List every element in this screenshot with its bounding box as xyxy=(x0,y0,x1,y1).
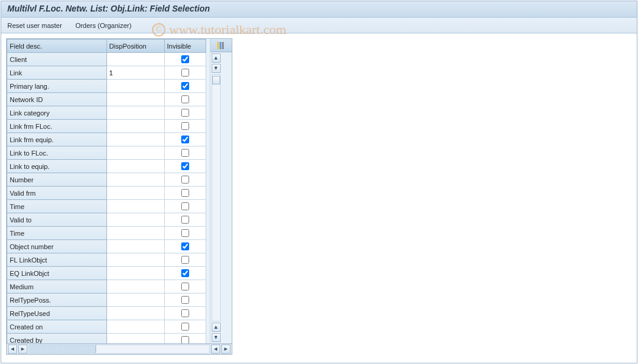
dispposition-input[interactable] xyxy=(107,227,164,239)
invisible-checkbox[interactable] xyxy=(181,122,189,130)
grid-right-strip: ▲ ▼ ▲ ▼ xyxy=(210,39,232,343)
table-row: Valid to xyxy=(7,213,206,227)
row-label[interactable]: Number xyxy=(7,173,107,187)
row-label[interactable]: Network ID xyxy=(7,93,107,106)
table-row: RelTypeUsed xyxy=(7,307,206,320)
dispposition-input[interactable] xyxy=(107,294,164,306)
scroll-down-arrow-icon[interactable]: ▼ xyxy=(212,64,221,73)
dispposition-input[interactable] xyxy=(107,334,164,343)
scroll-up-arrow-icon[interactable]: ▲ xyxy=(212,53,221,63)
invisible-checkbox[interactable] xyxy=(181,176,189,184)
row-label[interactable]: Object number xyxy=(7,240,107,253)
dispposition-input[interactable] xyxy=(107,66,164,79)
row-label[interactable]: Medium xyxy=(7,280,107,294)
table-row: EQ LinkObjct xyxy=(7,267,206,280)
invisible-checkbox[interactable] xyxy=(181,109,189,117)
row-label[interactable]: Link frm equip. xyxy=(7,133,107,146)
invisible-checkbox[interactable] xyxy=(181,136,189,143)
row-label[interactable]: Valid frm xyxy=(7,187,107,200)
dispposition-input[interactable] xyxy=(107,213,164,226)
dispposition-input[interactable] xyxy=(107,320,164,333)
row-label[interactable]: FL LinkObjct xyxy=(7,253,107,267)
dispposition-input[interactable] xyxy=(107,187,164,199)
reset-user-master-button[interactable]: Reset user master xyxy=(6,21,63,30)
row-label[interactable]: Time xyxy=(7,227,107,240)
invisible-checkbox[interactable] xyxy=(181,149,189,157)
dispposition-input[interactable] xyxy=(107,120,164,132)
dispposition-input[interactable] xyxy=(107,307,164,320)
table-row: Created by xyxy=(7,334,206,344)
row-label[interactable]: Client xyxy=(7,53,107,66)
scroll-left-arrow-icon[interactable]: ◄ xyxy=(8,345,17,354)
scroll-down2-arrow-icon[interactable]: ▼ xyxy=(212,333,221,342)
dispposition-input[interactable] xyxy=(107,53,164,66)
invisible-checkbox[interactable] xyxy=(181,323,189,331)
row-label[interactable]: Created on xyxy=(7,320,107,334)
invisible-checkbox[interactable] xyxy=(181,296,189,304)
invisible-checkbox[interactable] xyxy=(181,189,189,197)
dispposition-input[interactable] xyxy=(107,146,164,159)
field-selection-grid: Field desc. DispPosition Invisible Clien… xyxy=(6,38,232,355)
content-area: Field desc. DispPosition Invisible Clien… xyxy=(1,33,637,360)
row-label[interactable]: Link to equip. xyxy=(7,160,107,173)
dispposition-input[interactable] xyxy=(107,106,164,119)
scroll-left2-arrow-icon[interactable]: ◄ xyxy=(211,345,220,354)
scroll-right-arrow-icon[interactable]: ► xyxy=(18,345,27,354)
vscroll-track[interactable] xyxy=(212,74,221,321)
row-label[interactable]: Primary lang. xyxy=(7,80,107,93)
col-dispposition-header[interactable]: DispPosition xyxy=(106,39,164,53)
invisible-checkbox[interactable] xyxy=(181,283,189,290)
invisible-checkbox[interactable] xyxy=(181,242,189,250)
invisible-checkbox[interactable] xyxy=(181,202,189,210)
invisible-checkbox[interactable] xyxy=(181,229,189,237)
row-label[interactable]: Created by xyxy=(7,334,107,344)
grid-table: Field desc. DispPosition Invisible Clien… xyxy=(7,39,206,343)
table-row: Object number xyxy=(7,240,206,253)
invisible-checkbox[interactable] xyxy=(181,216,189,224)
row-label[interactable]: Valid to xyxy=(7,213,107,227)
dispposition-input[interactable] xyxy=(107,133,164,146)
vscroll-thumb[interactable] xyxy=(212,76,220,84)
row-label[interactable]: Time xyxy=(7,200,107,213)
dispposition-input[interactable] xyxy=(107,80,164,92)
row-label[interactable]: Link category xyxy=(7,106,107,120)
table-row: Link frm equip. xyxy=(7,133,206,146)
dispposition-input[interactable] xyxy=(107,280,164,293)
scroll-up2-arrow-icon[interactable]: ▲ xyxy=(212,323,221,332)
row-label[interactable]: EQ LinkObjct xyxy=(7,267,107,280)
dispposition-input[interactable] xyxy=(107,240,164,253)
dispposition-input[interactable] xyxy=(107,267,164,280)
col-field-desc-header[interactable]: Field desc. xyxy=(7,39,107,53)
toolbar: Reset user master Orders (Organizer) xyxy=(1,18,637,33)
hscroll-track[interactable] xyxy=(29,345,210,354)
table-row: Link frm FLoc. xyxy=(7,120,206,133)
table-row: Valid frm xyxy=(7,187,206,200)
vertical-scrollbar[interactable]: ▲ ▼ ▲ ▼ xyxy=(210,52,221,343)
row-label[interactable]: RelTypePoss. xyxy=(7,294,107,307)
invisible-checkbox[interactable] xyxy=(181,69,189,77)
row-label[interactable]: Link xyxy=(7,66,107,80)
dispposition-input[interactable] xyxy=(107,200,164,213)
configure-columns-button[interactable] xyxy=(210,39,232,52)
invisible-checkbox[interactable] xyxy=(181,82,189,90)
horizontal-scrollbar[interactable]: ◄ ► ◄ ► xyxy=(7,343,232,354)
invisible-checkbox[interactable] xyxy=(181,55,189,63)
hscroll-thumb[interactable] xyxy=(29,345,96,353)
row-label[interactable]: RelTypeUsed xyxy=(7,307,107,320)
invisible-checkbox[interactable] xyxy=(181,256,189,264)
row-label[interactable]: Link to FLoc. xyxy=(7,146,107,160)
invisible-checkbox[interactable] xyxy=(181,309,189,317)
table-row: Link to equip. xyxy=(7,160,206,173)
invisible-checkbox[interactable] xyxy=(181,162,189,170)
dispposition-input[interactable] xyxy=(107,93,164,106)
row-label[interactable]: Link frm FLoc. xyxy=(7,120,107,133)
dispposition-input[interactable] xyxy=(107,173,164,186)
scroll-right2-arrow-icon[interactable]: ► xyxy=(221,345,231,354)
dispposition-input[interactable] xyxy=(107,253,164,266)
invisible-checkbox[interactable] xyxy=(181,269,189,277)
orders-organizer-button[interactable]: Orders (Organizer) xyxy=(74,21,133,30)
dispposition-input[interactable] xyxy=(107,160,164,173)
invisible-checkbox[interactable] xyxy=(181,95,189,103)
invisible-checkbox[interactable] xyxy=(181,336,189,343)
col-invisible-header[interactable]: Invisible xyxy=(164,39,206,53)
